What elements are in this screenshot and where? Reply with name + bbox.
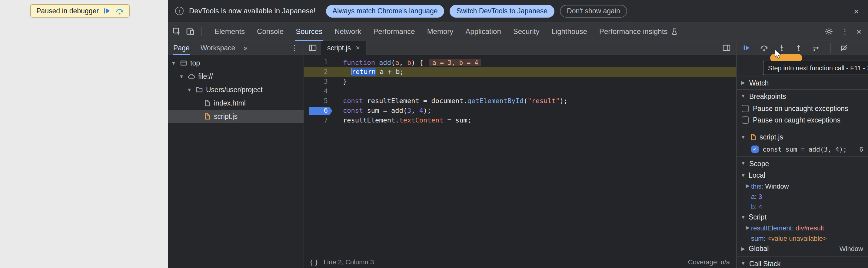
scope-entry-this[interactable]: ▶this: Window: [737, 181, 868, 191]
checkbox-checked[interactable]: ✓: [751, 145, 758, 152]
tree-item-users-user-project[interactable]: ▼Users/user/project: [168, 83, 304, 96]
screenshot-root: Paused in debugger i DevTools is now ava…: [0, 0, 868, 268]
toggle-debugger-panel-icon[interactable]: [718, 44, 736, 52]
tab-performance-insights[interactable]: Performance insights: [593, 22, 684, 41]
tab-sources[interactable]: Sources: [290, 22, 329, 41]
scope-entry-a[interactable]: a: 3: [737, 191, 868, 201]
breakpoint-entry[interactable]: ✓ const sum = add(3, 4); 6: [737, 143, 868, 155]
tab-close-icon[interactable]: ×: [356, 44, 360, 52]
code-token: (: [391, 59, 395, 67]
code-editor[interactable]: 1function add(a, b) {a = 3, b = 42 retur…: [304, 55, 736, 255]
tab-label: Memory: [427, 27, 454, 36]
scope-section-header[interactable]: ▼ Scope: [737, 156, 868, 170]
line-number[interactable]: 3: [304, 77, 336, 87]
line-number[interactable]: 2: [304, 67, 336, 77]
code-text[interactable]: [336, 87, 343, 96]
code-text[interactable]: }: [336, 77, 347, 87]
device-toolbar-icon[interactable]: [186, 27, 194, 36]
scope-entry-b[interactable]: b: 4: [737, 201, 868, 212]
code-token: ,: [411, 107, 419, 115]
code-token: add: [379, 59, 391, 67]
tree-item-index-html[interactable]: index.html: [168, 96, 304, 110]
checkbox-unchecked[interactable]: [741, 116, 749, 123]
more-options-kebab-icon[interactable]: ⋮: [841, 27, 848, 36]
line-number[interactable]: 1: [304, 58, 336, 67]
tab-label: Application: [465, 27, 501, 36]
tree-item-file-[interactable]: ▼file://: [168, 70, 304, 83]
navigator-tab-workspace[interactable]: Workspace: [195, 41, 241, 55]
deactivate-breakpoints-button[interactable]: [840, 44, 847, 52]
property-name: sum: [751, 234, 764, 242]
tab-security[interactable]: Security: [507, 22, 546, 41]
tab-lighthouse[interactable]: Lighthouse: [545, 22, 593, 41]
scope-section-local[interactable]: ▼Local: [737, 170, 868, 181]
tree-item-script-js[interactable]: script.js: [168, 110, 304, 123]
settings-gear-icon[interactable]: [825, 27, 833, 36]
line-number[interactable]: 4: [304, 87, 336, 96]
code-text[interactable]: return a + b;: [336, 67, 404, 77]
line-number[interactable]: 5: [304, 96, 336, 106]
editor-tab-strip: script.js ×: [304, 41, 736, 55]
tab-elements[interactable]: Elements: [209, 22, 251, 41]
editor-tab-scriptjs[interactable]: script.js ×: [321, 41, 367, 55]
step-out-button[interactable]: [795, 44, 802, 52]
pretty-print-icon[interactable]: { }: [310, 258, 318, 265]
navigator-kebab-icon[interactable]: ⋮: [285, 44, 304, 52]
code-token: );: [560, 97, 568, 105]
step-button[interactable]: [812, 44, 820, 52]
line-number-text: 4: [324, 87, 328, 95]
dont-show-again-button[interactable]: Don't show again: [560, 4, 627, 17]
line-number[interactable]: 6: [304, 106, 336, 116]
code-text[interactable]: const sum = add(3, 4);: [336, 106, 431, 116]
debugger-toolbar: [737, 41, 868, 55]
code-text[interactable]: function add(a, b) {a = 3, b = 4: [336, 58, 482, 67]
call-stack-section-header[interactable]: ▼ Call Stack: [737, 257, 868, 268]
switch-to-japanese-button[interactable]: Switch DevTools to Japanese: [450, 4, 554, 17]
scope-section-script[interactable]: ▼Script: [737, 212, 868, 222]
toggle-navigator-panel-icon[interactable]: [304, 44, 321, 52]
tab-network[interactable]: Network: [329, 22, 367, 41]
devtools-close-icon[interactable]: ×: [857, 27, 861, 36]
editor-status-bar: { } Line 2, Column 3 Coverage: n/a: [304, 255, 736, 268]
breakpoint-marker[interactable]: [309, 107, 333, 115]
code-text[interactable]: resultElement.textContent = sum;: [336, 116, 471, 125]
tree-item-top[interactable]: ▼top: [168, 56, 304, 70]
tab-performance[interactable]: Performance: [367, 22, 421, 41]
scope-entry-sum[interactable]: sum: <value unavailable>: [737, 233, 868, 243]
navigator-tab-page[interactable]: Page: [168, 41, 195, 55]
code-token: ) {: [411, 59, 423, 67]
code-text[interactable]: const resultElement = document.getElemen…: [336, 96, 568, 106]
pause-uncaught-exceptions-row[interactable]: Pause on uncaught exceptions: [737, 102, 868, 114]
breakpoints-section-header[interactable]: ▼ Breakpoints: [737, 89, 868, 102]
code-line: 5const resultElement = document.getEleme…: [304, 96, 736, 106]
tab-label: Security: [513, 27, 539, 36]
devtools-window: i DevTools is now available in Japanese!…: [168, 0, 868, 268]
line-number[interactable]: 7: [304, 116, 336, 125]
tree-item-label: index.html: [214, 99, 246, 107]
code-line: 4: [304, 87, 736, 96]
pause-caught-exceptions-row[interactable]: Pause on caught exceptions: [737, 114, 868, 125]
breakpoint-file-group[interactable]: ▼ script.js: [737, 131, 868, 143]
infobar-close-icon[interactable]: ×: [851, 6, 861, 16]
more-tabs-chevron-icon[interactable]: »: [241, 44, 250, 52]
breakpoint-line-number: 6: [860, 145, 863, 152]
watch-section-header[interactable]: ▶ Watch: [737, 76, 868, 89]
resume-button[interactable]: [743, 44, 750, 52]
step-over-button[interactable]: [760, 44, 768, 52]
tab-memory[interactable]: Memory: [421, 22, 460, 41]
tab-application[interactable]: Application: [459, 22, 507, 41]
code-token: "result": [527, 97, 560, 105]
tab-console[interactable]: Console: [251, 22, 290, 41]
pause-caught-label: Pause on caught exceptions: [753, 116, 840, 123]
scope-section-global[interactable]: ▶GlobalWindow: [737, 243, 868, 254]
scope-entry-resultElement[interactable]: ▶resultElement: div#result: [737, 222, 868, 233]
line-number-text: 6: [324, 107, 328, 115]
code-token: );: [423, 107, 431, 115]
line-number-text: 5: [324, 97, 328, 105]
inspect-element-icon[interactable]: [173, 27, 181, 36]
frame-icon: [180, 59, 187, 67]
checkbox-unchecked[interactable]: [741, 105, 749, 112]
match-language-button[interactable]: Always match Chrome's language: [326, 4, 444, 17]
resume-script-icon[interactable]: [104, 8, 111, 14]
step-over-overlay-icon[interactable]: [116, 7, 124, 14]
